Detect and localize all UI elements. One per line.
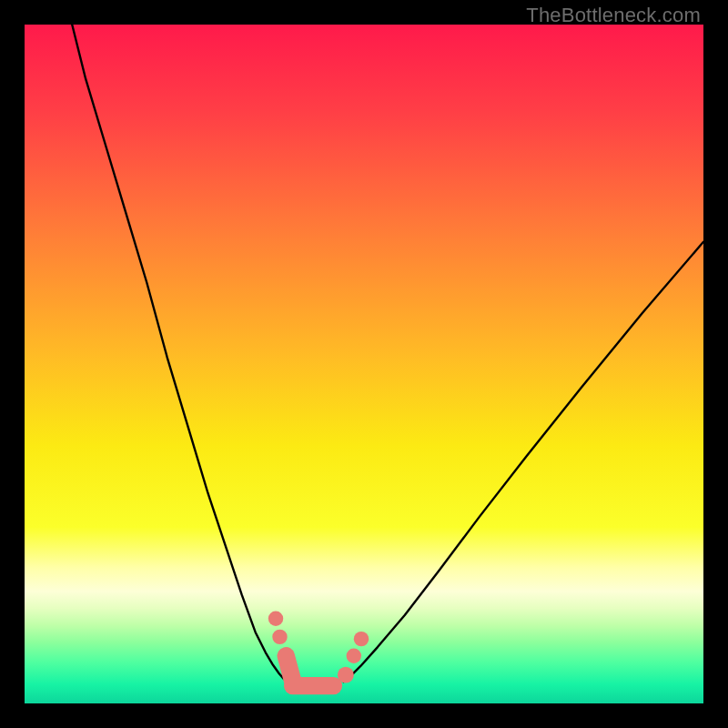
valley-marker-circle-1 (268, 612, 283, 626)
plot-area (25, 25, 703, 703)
valley-marker-circle-4 (338, 667, 354, 683)
watermark-text: TheBottleneck.com (526, 4, 701, 27)
chart-svg (25, 25, 703, 703)
outer-black-frame: TheBottleneck.com (0, 0, 728, 728)
valley-marker-circle-0 (272, 630, 287, 644)
valley-marker-circle-5 (347, 649, 361, 663)
valley-marker-circle-6 (354, 632, 369, 646)
